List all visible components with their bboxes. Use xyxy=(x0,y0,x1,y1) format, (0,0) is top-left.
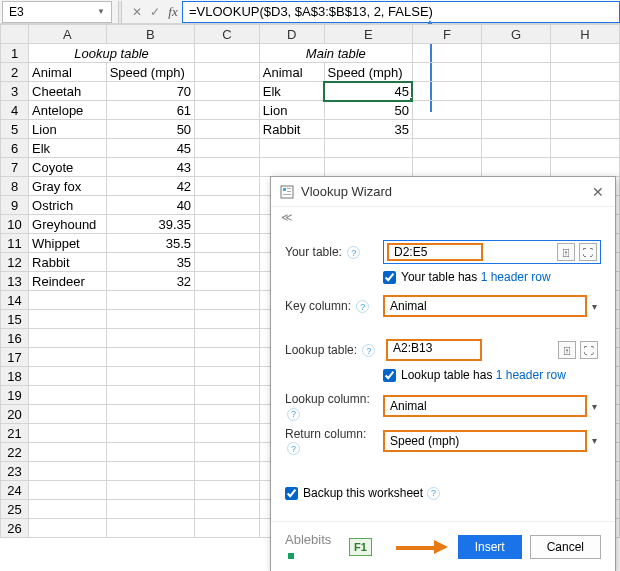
row-header[interactable]: 17 xyxy=(1,348,29,367)
col-header[interactable]: D xyxy=(259,25,324,44)
cell[interactable]: Gray fox xyxy=(29,177,107,196)
cell[interactable] xyxy=(550,139,619,158)
cell[interactable]: Speed (mph) xyxy=(106,63,194,82)
cell[interactable] xyxy=(195,519,260,538)
cell[interactable] xyxy=(106,519,194,538)
cell[interactable] xyxy=(481,120,550,139)
cell[interactable] xyxy=(481,101,550,120)
cell[interactable]: Lion xyxy=(29,120,107,139)
cell[interactable] xyxy=(195,234,260,253)
row-header[interactable]: 4 xyxy=(1,101,29,120)
cell[interactable]: 39.35 xyxy=(106,215,194,234)
collapse-range-icon[interactable]: ⍐ xyxy=(558,341,576,359)
cell[interactable] xyxy=(195,139,260,158)
cell[interactable] xyxy=(412,158,481,177)
insert-button[interactable]: Insert xyxy=(458,535,522,559)
cell[interactable] xyxy=(106,329,194,348)
cell[interactable]: 50 xyxy=(324,101,412,120)
cell[interactable] xyxy=(29,310,107,329)
backup-checkbox[interactable] xyxy=(285,487,298,500)
cell[interactable] xyxy=(550,82,619,101)
cell[interactable] xyxy=(195,44,260,63)
cell[interactable] xyxy=(481,82,550,101)
cell[interactable] xyxy=(195,291,260,310)
cell[interactable] xyxy=(195,424,260,443)
help-icon[interactable]: ? xyxy=(347,246,360,259)
cell[interactable] xyxy=(29,424,107,443)
cell[interactable]: Cheetah xyxy=(29,82,107,101)
collapse-range-icon[interactable]: ⍐ xyxy=(557,243,575,261)
cell[interactable]: Main table xyxy=(259,44,412,63)
cell[interactable]: Coyote xyxy=(29,158,107,177)
cell[interactable] xyxy=(195,63,260,82)
cell[interactable] xyxy=(195,386,260,405)
cell[interactable] xyxy=(195,215,260,234)
cell[interactable] xyxy=(106,405,194,424)
col-header[interactable]: G xyxy=(481,25,550,44)
accept-formula-icon[interactable]: ✓ xyxy=(146,5,164,19)
cell[interactable] xyxy=(29,367,107,386)
chevron-down-icon[interactable]: ▾ xyxy=(587,401,601,412)
cell[interactable] xyxy=(106,367,194,386)
chevron-down-icon[interactable]: ▾ xyxy=(587,435,601,446)
cell[interactable] xyxy=(550,44,619,63)
cell[interactable] xyxy=(324,139,412,158)
fx-icon[interactable]: fx xyxy=(164,4,182,20)
col-header[interactable]: A xyxy=(29,25,107,44)
cell[interactable]: Elk xyxy=(259,82,324,101)
return-column-select[interactable]: Speed (mph) xyxy=(383,430,587,452)
your-table-input[interactable]: D2:E5 xyxy=(387,243,483,261)
cell[interactable]: Speed (mph) xyxy=(324,63,412,82)
row-header[interactable]: 1 xyxy=(1,44,29,63)
cell[interactable]: Animal xyxy=(29,63,107,82)
row-header[interactable]: 26 xyxy=(1,519,29,538)
cell[interactable] xyxy=(550,63,619,82)
cell[interactable]: 70 xyxy=(106,82,194,101)
cell[interactable] xyxy=(481,44,550,63)
cell[interactable]: 45 xyxy=(106,139,194,158)
row-header[interactable]: 2 xyxy=(1,63,29,82)
row-header[interactable]: 16 xyxy=(1,329,29,348)
cell[interactable] xyxy=(550,158,619,177)
col-header[interactable]: C xyxy=(195,25,260,44)
cell[interactable]: 50 xyxy=(106,120,194,139)
row-header[interactable]: 3 xyxy=(1,82,29,101)
cell[interactable] xyxy=(106,386,194,405)
cell[interactable]: 35.5 xyxy=(106,234,194,253)
row-header[interactable]: 22 xyxy=(1,443,29,462)
row-header[interactable]: 5 xyxy=(1,120,29,139)
cell[interactable] xyxy=(195,443,260,462)
cell[interactable] xyxy=(106,500,194,519)
cell[interactable] xyxy=(195,329,260,348)
row-header[interactable]: 14 xyxy=(1,291,29,310)
cell[interactable]: Greyhound xyxy=(29,215,107,234)
dialog-titlebar[interactable]: Vlookup Wizard ✕ xyxy=(271,177,615,207)
cell[interactable] xyxy=(195,462,260,481)
lookup-table-header-checkbox[interactable] xyxy=(383,369,396,382)
cell[interactable] xyxy=(29,329,107,348)
formula-input[interactable]: =VLOOKUP($D3, $A$3:$B$13, 2, FALSE) xyxy=(182,1,620,23)
cell[interactable] xyxy=(29,386,107,405)
cell[interactable] xyxy=(106,348,194,367)
select-all-corner[interactable] xyxy=(1,25,29,44)
cell[interactable] xyxy=(195,348,260,367)
row-header[interactable]: 7 xyxy=(1,158,29,177)
row-header[interactable]: 10 xyxy=(1,215,29,234)
cell[interactable] xyxy=(550,101,619,120)
cell[interactable] xyxy=(29,481,107,500)
cell[interactable] xyxy=(412,139,481,158)
cell[interactable] xyxy=(412,82,481,101)
lookup-table-input[interactable]: A2:B13 xyxy=(386,339,482,361)
cell[interactable] xyxy=(106,443,194,462)
col-header[interactable]: F xyxy=(412,25,481,44)
help-icon[interactable]: ? xyxy=(362,344,375,357)
help-icon[interactable]: ? xyxy=(287,442,300,455)
cell[interactable] xyxy=(29,291,107,310)
cell[interactable] xyxy=(29,462,107,481)
your-table-header-checkbox[interactable] xyxy=(383,271,396,284)
cell[interactable] xyxy=(195,405,260,424)
cell[interactable] xyxy=(195,196,260,215)
row-header[interactable]: 15 xyxy=(1,310,29,329)
help-icon[interactable]: ? xyxy=(427,487,440,500)
cell[interactable] xyxy=(550,120,619,139)
